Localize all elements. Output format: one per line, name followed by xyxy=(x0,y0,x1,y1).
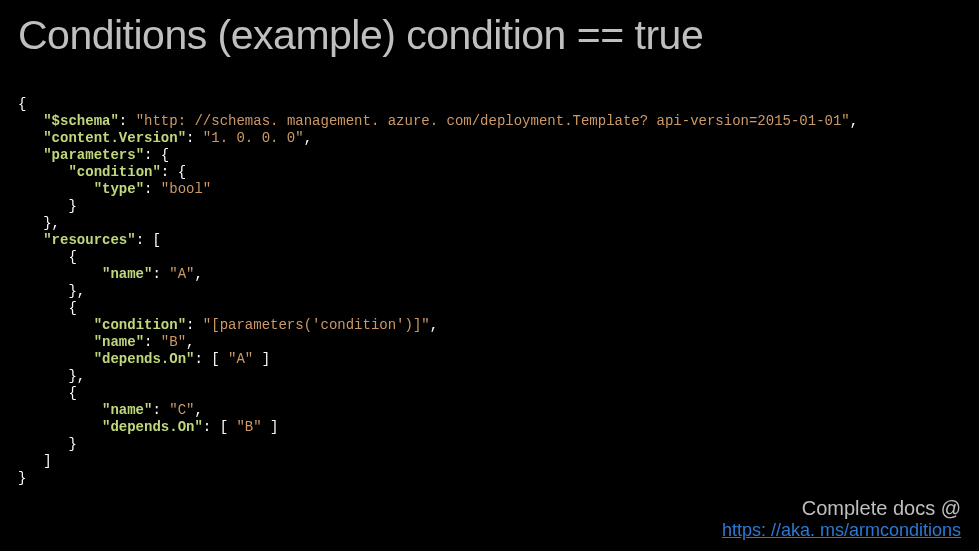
code-line: { xyxy=(18,385,961,402)
code-line: } xyxy=(18,198,961,215)
code-line: }, xyxy=(18,283,961,300)
footer-link[interactable]: https: //aka. ms/armconditions xyxy=(722,520,961,540)
code-line: } xyxy=(18,436,961,453)
title-text: Conditions (example) condition == true xyxy=(18,12,703,59)
code-line: "name": "B", xyxy=(18,334,961,351)
code-line: "parameters": { xyxy=(18,147,961,164)
code-line: { xyxy=(18,96,961,113)
code-line: "name": "A", xyxy=(18,266,961,283)
code-line: ] xyxy=(18,453,961,470)
code-line: }, xyxy=(18,368,961,385)
code-line: "name": "C", xyxy=(18,402,961,419)
footer-text: Complete docs @ xyxy=(722,497,961,520)
code-line: "content.Version": "1. 0. 0. 0", xyxy=(18,130,961,147)
code-line: "condition": "[parameters('condition')]"… xyxy=(18,317,961,334)
code-line: "$schema": "http: //schemas. management.… xyxy=(18,113,961,130)
code-line: }, xyxy=(18,215,961,232)
code-line: "depends.On": [ "B" ] xyxy=(18,419,961,436)
code-line: } xyxy=(18,470,961,487)
slide-title: Conditions (example) condition == true xyxy=(18,8,961,70)
code-block: { "$schema": "http: //schemas. managemen… xyxy=(18,96,961,487)
code-line: "condition": { xyxy=(18,164,961,181)
footer: Complete docs @ https: //aka. ms/armcond… xyxy=(722,497,961,541)
code-line: { xyxy=(18,249,961,266)
code-line: "depends.On": [ "A" ] xyxy=(18,351,961,368)
code-line: "type": "bool" xyxy=(18,181,961,198)
code-line: { xyxy=(18,300,961,317)
code-line: "resources": [ xyxy=(18,232,961,249)
